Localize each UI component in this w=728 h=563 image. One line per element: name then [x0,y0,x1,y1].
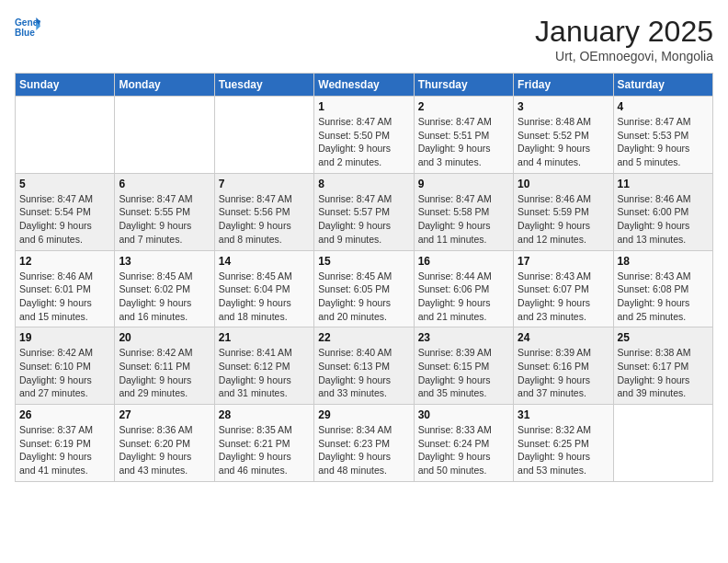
day-number: 21 [219,331,310,344]
day-number: 10 [518,178,609,190]
week-row-3: 19Sunrise: 8:42 AMSunset: 6:10 PMDayligh… [16,327,713,405]
day-info: Sunrise: 8:37 AMSunset: 6:19 PMDaylight:… [19,423,110,477]
calendar-cell: 1Sunrise: 8:47 AMSunset: 5:50 PMDaylight… [314,97,414,174]
calendar-cell: 18Sunrise: 8:43 AMSunset: 6:08 PMDayligh… [613,250,712,327]
day-info: Sunrise: 8:45 AMSunset: 6:04 PMDaylight:… [219,270,310,324]
day-info: Sunrise: 8:47 AMSunset: 5:58 PMDaylight:… [418,192,509,247]
week-row-4: 26Sunrise: 8:37 AMSunset: 6:19 PMDayligh… [16,405,713,482]
day-number: 19 [19,331,110,344]
day-number: 23 [418,331,509,344]
day-info: Sunrise: 8:38 AMSunset: 6:17 PMDaylight:… [618,346,709,400]
day-number: 1 [318,100,409,113]
svg-text:Blue: Blue [15,28,35,38]
logo: General Blue [15,15,40,40]
day-info: Sunrise: 8:47 AMSunset: 5:51 PMDaylight:… [418,115,509,169]
day-info: Sunrise: 8:46 AMSunset: 6:00 PMDaylight:… [618,192,709,247]
weekday-header-row: SundayMondayTuesdayWednesdayThursdayFrid… [16,74,713,97]
day-info: Sunrise: 8:33 AMSunset: 6:24 PMDaylight:… [418,423,509,477]
day-info: Sunrise: 8:32 AMSunset: 6:25 PMDaylight:… [518,423,609,477]
location: Urt, OEmnoegovi, Mongolia [535,49,713,63]
weekday-header-friday: Friday [514,74,613,97]
day-info: Sunrise: 8:47 AMSunset: 5:55 PMDaylight:… [119,192,210,247]
day-number: 7 [219,178,310,190]
calendar-cell: 11Sunrise: 8:46 AMSunset: 6:00 PMDayligh… [613,173,712,250]
calendar-cell: 10Sunrise: 8:46 AMSunset: 5:59 PMDayligh… [514,173,613,250]
day-number: 15 [318,255,409,268]
header: General Blue January 2025 Urt, OEmnoegov… [15,15,713,63]
day-number: 18 [618,255,709,268]
day-number: 11 [618,178,709,190]
day-info: Sunrise: 8:34 AMSunset: 6:23 PMDaylight:… [318,423,409,477]
week-row-1: 5Sunrise: 8:47 AMSunset: 5:54 PMDaylight… [16,173,713,250]
calendar-cell: 3Sunrise: 8:48 AMSunset: 5:52 PMDaylight… [514,97,613,174]
day-info: Sunrise: 8:48 AMSunset: 5:52 PMDaylight:… [518,115,609,169]
day-info: Sunrise: 8:35 AMSunset: 6:21 PMDaylight:… [219,423,310,477]
calendar-cell: 16Sunrise: 8:44 AMSunset: 6:06 PMDayligh… [414,250,513,327]
weekday-header-sunday: Sunday [16,74,115,97]
day-info: Sunrise: 8:36 AMSunset: 6:20 PMDaylight:… [119,423,210,477]
day-info: Sunrise: 8:42 AMSunset: 6:11 PMDaylight:… [119,346,210,400]
day-number: 6 [119,178,210,190]
week-row-0: 1Sunrise: 8:47 AMSunset: 5:50 PMDaylight… [16,97,713,174]
day-number: 9 [418,178,509,190]
day-number: 28 [219,408,310,421]
calendar-cell: 26Sunrise: 8:37 AMSunset: 6:19 PMDayligh… [16,405,115,482]
day-info: Sunrise: 8:42 AMSunset: 6:10 PMDaylight:… [19,346,110,400]
day-number: 31 [518,408,609,421]
calendar-cell [613,405,712,482]
calendar-cell: 31Sunrise: 8:32 AMSunset: 6:25 PMDayligh… [514,405,613,482]
day-number: 5 [19,178,110,190]
day-info: Sunrise: 8:44 AMSunset: 6:06 PMDaylight:… [418,270,509,324]
calendar-cell: 15Sunrise: 8:45 AMSunset: 6:05 PMDayligh… [314,250,414,327]
weekday-header-tuesday: Tuesday [214,74,313,97]
calendar-cell: 22Sunrise: 8:40 AMSunset: 6:13 PMDayligh… [314,327,414,405]
calendar-cell: 8Sunrise: 8:47 AMSunset: 5:57 PMDaylight… [314,173,414,250]
day-number: 29 [318,408,409,421]
title-block: January 2025 Urt, OEmnoegovi, Mongolia [535,15,713,63]
day-info: Sunrise: 8:40 AMSunset: 6:13 PMDaylight:… [318,346,409,400]
day-info: Sunrise: 8:46 AMSunset: 5:59 PMDaylight:… [518,192,609,247]
calendar-cell: 9Sunrise: 8:47 AMSunset: 5:58 PMDaylight… [414,173,513,250]
weekday-header-wednesday: Wednesday [314,74,414,97]
day-info: Sunrise: 8:43 AMSunset: 6:07 PMDaylight:… [518,270,609,324]
day-number: 30 [418,408,509,421]
day-info: Sunrise: 8:46 AMSunset: 6:01 PMDaylight:… [19,270,110,324]
calendar-cell: 7Sunrise: 8:47 AMSunset: 5:56 PMDaylight… [214,173,313,250]
calendar-cell: 28Sunrise: 8:35 AMSunset: 6:21 PMDayligh… [214,405,313,482]
calendar-cell: 25Sunrise: 8:38 AMSunset: 6:17 PMDayligh… [613,327,712,405]
day-info: Sunrise: 8:41 AMSunset: 6:12 PMDaylight:… [219,346,310,400]
day-info: Sunrise: 8:47 AMSunset: 5:56 PMDaylight:… [219,192,310,247]
calendar-cell: 12Sunrise: 8:46 AMSunset: 6:01 PMDayligh… [16,250,115,327]
calendar-cell: 27Sunrise: 8:36 AMSunset: 6:20 PMDayligh… [115,405,214,482]
weekday-header-monday: Monday [115,74,214,97]
calendar-cell: 29Sunrise: 8:34 AMSunset: 6:23 PMDayligh… [314,405,414,482]
calendar-cell: 4Sunrise: 8:47 AMSunset: 5:53 PMDaylight… [613,97,712,174]
day-info: Sunrise: 8:47 AMSunset: 5:54 PMDaylight:… [19,192,110,247]
weekday-header-thursday: Thursday [414,74,513,97]
day-info: Sunrise: 8:47 AMSunset: 5:50 PMDaylight:… [318,115,409,169]
day-number: 13 [119,255,210,268]
calendar-cell: 19Sunrise: 8:42 AMSunset: 6:10 PMDayligh… [16,327,115,405]
day-number: 16 [418,255,509,268]
day-info: Sunrise: 8:45 AMSunset: 6:02 PMDaylight:… [119,270,210,324]
day-number: 20 [119,331,210,344]
day-number: 27 [119,408,210,421]
month-title: January 2025 [535,15,713,49]
calendar-cell: 5Sunrise: 8:47 AMSunset: 5:54 PMDaylight… [16,173,115,250]
day-number: 2 [418,100,509,113]
day-info: Sunrise: 8:39 AMSunset: 6:15 PMDaylight:… [418,346,509,400]
day-number: 4 [618,100,709,113]
day-number: 3 [518,100,609,113]
calendar-cell [214,97,313,174]
calendar-cell: 23Sunrise: 8:39 AMSunset: 6:15 PMDayligh… [414,327,513,405]
calendar-cell: 30Sunrise: 8:33 AMSunset: 6:24 PMDayligh… [414,405,513,482]
day-number: 22 [318,331,409,344]
calendar-cell [115,97,214,174]
day-number: 24 [518,331,609,344]
day-number: 14 [219,255,310,268]
calendar-cell: 21Sunrise: 8:41 AMSunset: 6:12 PMDayligh… [214,327,313,405]
calendar-cell: 13Sunrise: 8:45 AMSunset: 6:02 PMDayligh… [115,250,214,327]
calendar-cell: 14Sunrise: 8:45 AMSunset: 6:04 PMDayligh… [214,250,313,327]
day-number: 17 [518,255,609,268]
day-info: Sunrise: 8:39 AMSunset: 6:16 PMDaylight:… [518,346,609,400]
